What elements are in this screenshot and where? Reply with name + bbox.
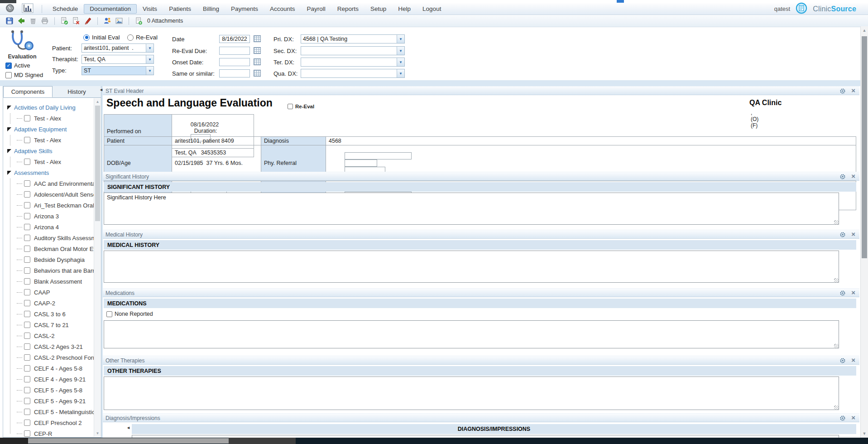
scroll-up-icon[interactable]: ▲ xyxy=(861,28,868,33)
tree-item[interactable]: Behaviors that are Barriers xyxy=(3,265,94,276)
tree-item-label[interactable]: Test - Alex xyxy=(34,137,61,144)
section-bar-other-therapies[interactable]: Other Therapies × xyxy=(103,356,859,365)
save-icon[interactable] xyxy=(5,16,14,26)
gear-icon[interactable] xyxy=(839,174,846,180)
dashboard-gauge-icon[interactable] xyxy=(5,3,15,15)
tree-item[interactable]: Arizona 4 xyxy=(3,222,94,232)
tree-item-label[interactable]: Adolescent/Adult Sensory xyxy=(34,191,94,198)
tree-expand-icon[interactable] xyxy=(7,127,11,131)
patients-icon[interactable] xyxy=(102,16,112,26)
radio-unselected-icon[interactable] xyxy=(127,34,134,41)
tree-item-checkbox[interactable] xyxy=(24,235,30,241)
tree-item[interactable]: CASL-2 Ages 3-21 xyxy=(3,341,94,352)
gear-icon[interactable] xyxy=(839,415,846,421)
calendar-icon[interactable] xyxy=(254,58,261,65)
checkbox-unchecked-icon[interactable] xyxy=(288,104,293,109)
tree-item-checkbox[interactable] xyxy=(24,311,30,317)
tree-item[interactable]: CASL-2 xyxy=(3,330,94,341)
gear-icon[interactable] xyxy=(839,88,846,94)
active-checkbox[interactable]: ✓ Active xyxy=(5,62,30,69)
tree-item-checkbox[interactable] xyxy=(24,430,30,437)
nav-item-documentation[interactable]: Documentation xyxy=(84,4,137,14)
tree-item-label[interactable]: Ari_Test Beckman Oral Mot xyxy=(34,202,94,209)
chevron-down-icon[interactable]: ▼ xyxy=(146,67,153,75)
tree-category-label[interactable]: Assessments xyxy=(14,169,49,176)
chevron-down-icon[interactable]: ▼ xyxy=(397,35,404,43)
section-bar-st-eval-header[interactable]: ST Eval Header × xyxy=(103,86,859,95)
phy-referral-input-2[interactable] xyxy=(345,159,377,167)
tree-item-label[interactable]: CASL-2 xyxy=(34,333,55,339)
tree-item-label[interactable]: Arizona 4 xyxy=(34,224,59,231)
tree-item-label[interactable]: CELF 4 - Ages 5-8 xyxy=(34,365,82,372)
back-icon[interactable] xyxy=(16,16,26,26)
tree-item-label[interactable]: Bedside Dysphagia xyxy=(34,256,85,263)
tree-item[interactable]: Arizona 3 xyxy=(3,211,94,222)
none-reported-checkbox[interactable]: None Reported xyxy=(106,311,153,317)
tree-expand-icon[interactable] xyxy=(7,171,11,175)
tree-item[interactable]: Test - Alex xyxy=(3,135,94,145)
nav-item-visits[interactable]: Visits xyxy=(137,4,163,14)
tree-item-label[interactable]: Arizona 3 xyxy=(34,213,59,220)
other-therapies-textarea[interactable] xyxy=(104,376,839,410)
tree-item[interactable]: CAAP-2 xyxy=(3,298,94,309)
calendar-icon[interactable] xyxy=(254,70,261,77)
tree-item-checkbox[interactable] xyxy=(24,159,30,165)
attachments-count[interactable]: 0 Attachments xyxy=(147,18,183,24)
tree-item-checkbox[interactable] xyxy=(24,115,30,121)
delete-icon[interactable] xyxy=(28,16,38,26)
sec-dx-dropdown[interactable]: ▼ xyxy=(301,46,405,55)
tree-item-checkbox[interactable] xyxy=(24,256,30,263)
tree-scrollbar[interactable]: ▲ ▼ xyxy=(94,98,101,437)
tree-item-checkbox[interactable] xyxy=(24,180,30,187)
nav-item-payroll[interactable]: Payroll xyxy=(301,4,331,14)
tree-item[interactable]: CASL 3 to 6 xyxy=(3,309,94,319)
date-input[interactable] xyxy=(219,35,250,43)
tree-category-label[interactable]: Adaptive Equipment xyxy=(14,126,67,133)
close-icon[interactable]: × xyxy=(851,172,855,180)
tree-scrollbar-thumb[interactable] xyxy=(95,106,100,221)
tree-item-checkbox[interactable] xyxy=(24,224,30,230)
tree-item[interactable]: CELF 4 - Ages 5-8 xyxy=(3,363,94,374)
medications-textarea[interactable] xyxy=(104,320,839,348)
print-icon[interactable] xyxy=(40,16,50,26)
tab-components[interactable]: Components xyxy=(3,86,53,97)
tree-item[interactable]: Test - Alex xyxy=(3,113,94,124)
chevron-down-icon[interactable]: ▼ xyxy=(397,58,404,66)
tree-item[interactable]: CELF 5 - Ages 5-8 xyxy=(3,385,94,396)
section-bar-medications[interactable]: Medications × xyxy=(103,288,859,297)
section-bar-significant-history[interactable]: Significant History × xyxy=(103,172,859,181)
initial-eval-radio[interactable]: Initial Eval xyxy=(83,34,120,41)
medical-history-textarea[interactable] xyxy=(104,251,839,283)
chevron-down-icon[interactable]: ▼ xyxy=(397,69,404,77)
tree-item-label[interactable]: Auditory Skills Assessment xyxy=(34,235,94,241)
tree-item-checkbox[interactable] xyxy=(24,300,30,306)
type-dropdown[interactable]: ST ▼ xyxy=(82,66,154,75)
tree-category[interactable]: Activities of Daily Living xyxy=(3,102,94,113)
significant-history-textarea[interactable]: Significant History Here xyxy=(104,193,839,225)
page-scrollbar-thumb[interactable] xyxy=(862,36,867,258)
section-bar-medical-history[interactable]: Medical History × xyxy=(103,230,859,239)
tree-item[interactable]: CAAP xyxy=(3,287,94,298)
close-icon[interactable]: × xyxy=(851,414,855,421)
tree-item[interactable]: AAC and Environmental Co xyxy=(3,178,94,189)
therapist-dropdown[interactable]: Test, QA ▼ xyxy=(82,55,154,64)
nav-item-billing[interactable]: Billing xyxy=(197,4,225,14)
tree-item-checkbox[interactable] xyxy=(24,213,30,219)
tree-item-label[interactable]: CELF 5 - Ages 5-8 xyxy=(34,387,82,394)
tree-item-label[interactable]: CAAP xyxy=(34,289,50,296)
tree-item-label[interactable]: CELF 5 - Metalinguistics xyxy=(34,409,94,415)
tree-item-checkbox[interactable] xyxy=(24,278,30,285)
tree-item-label[interactable]: CEP-R xyxy=(34,430,52,437)
tree-item-label[interactable]: CELF 5 - Ages 9-21 xyxy=(34,398,86,405)
radio-selected-icon[interactable] xyxy=(83,34,90,41)
tree-item-label[interactable]: CAAP-2 xyxy=(34,300,55,307)
tree-item[interactable]: CELF 4 - Ages 9-21 xyxy=(3,374,94,385)
nav-item-help[interactable]: Help xyxy=(392,4,417,14)
nav-item-accounts[interactable]: Accounts xyxy=(264,4,301,14)
bottom-scrollbar[interactable] xyxy=(0,438,868,444)
tree-item-label[interactable]: Beckman Oral Motor Evalu xyxy=(34,246,94,252)
nav-item-setup[interactable]: Setup xyxy=(364,4,392,14)
tree-item-label[interactable]: Blank Assessment xyxy=(34,278,82,285)
tree-category[interactable]: Adaptive Equipment xyxy=(3,124,94,135)
tree-item[interactable]: CELF 5 - Ages 9-21 xyxy=(3,396,94,406)
